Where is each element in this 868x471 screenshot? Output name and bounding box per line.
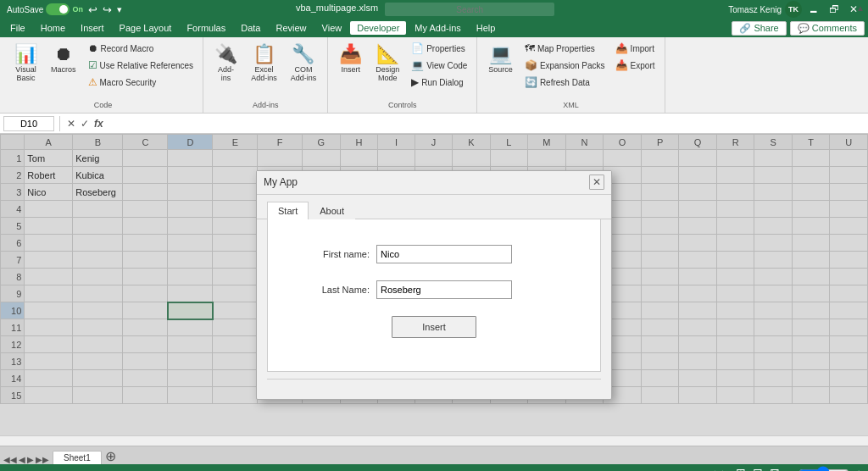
ribbon: 📊 VisualBasic ⏺ Macros ⏺ Record Macro ☑ … (0, 37, 868, 114)
add-ins-button[interactable]: 🔌 Add-ins (209, 41, 243, 86)
dialog-close-button[interactable]: ✕ (589, 175, 604, 190)
source-button[interactable]: 💻 Source (482, 41, 519, 78)
share-button[interactable]: 🔗 Share (732, 21, 786, 36)
tab-last-icon[interactable]: ▶▶ (36, 455, 49, 464)
dialog-tab-about[interactable]: About (309, 202, 355, 219)
xml-group-label: XML (563, 99, 579, 109)
status-right: ◀ ▶ ⊞ ⊟ ⊠ − + (709, 466, 861, 471)
menu-developer[interactable]: Developer (350, 21, 406, 35)
ribbon-addins-items: 🔌 Add-ins 📋 ExcelAdd-ins 🔧 COMAdd-ins (209, 41, 322, 99)
undo-icon[interactable]: ↩ (88, 3, 97, 16)
menu-page-layout[interactable]: Page Layout (113, 21, 179, 35)
menu-my-addins[interactable]: My Add-ins (408, 21, 467, 35)
ribbon-expand-button[interactable]: ▲ (856, 3, 865, 13)
formula-confirm-icon[interactable]: ✓ (79, 118, 91, 130)
sheet1-tab[interactable]: Sheet1 (53, 451, 102, 464)
excel-addins-label: ExcelAdd-ins (251, 65, 277, 82)
menu-view[interactable]: View (315, 21, 349, 35)
design-mode-label: DesignMode (376, 65, 399, 82)
last-name-label: Last Name: (285, 285, 370, 295)
insert-control-button[interactable]: 📥 Insert (333, 41, 368, 78)
run-dialog-button[interactable]: ▶ Run Dialog (407, 75, 471, 90)
formula-cancel-icon[interactable]: ✕ (65, 118, 77, 130)
add-ins-label: Add-ins (218, 65, 234, 82)
filename: vba_multipage.xlsm (296, 3, 378, 16)
formula-fx-icon[interactable]: fx (92, 118, 105, 130)
menu-insert[interactable]: Insert (74, 21, 111, 35)
insert-button[interactable]: Insert (392, 316, 476, 338)
visual-basic-label: VisualBasic (15, 65, 36, 82)
page-layout-icon[interactable]: ⊟ (753, 466, 763, 471)
redo-icon[interactable]: ↪ (103, 3, 112, 16)
refresh-icon: 🔄 (525, 76, 537, 88)
scroll-left-icon[interactable]: ◀ (709, 468, 715, 472)
tab-next-icon[interactable]: ▶ (27, 455, 34, 464)
code-group-label: Code (94, 99, 113, 109)
status-bar: ◀ ▶ ⊞ ⊟ ⊠ − + (0, 464, 868, 471)
import-button[interactable]: 📤 Import (611, 41, 659, 56)
dialog-content: First name: Last Name: Insert (267, 219, 601, 372)
menu-help[interactable]: Help (470, 21, 503, 35)
refresh-data-button[interactable]: 🔄 Refresh Data (520, 75, 609, 90)
excel-addins-icon: 📋 (253, 45, 275, 64)
insert-icon: 📥 (339, 45, 362, 64)
autosave-toggle[interactable]: AutoSave On (7, 3, 83, 15)
autosave-switch[interactable] (46, 3, 70, 15)
refresh-data-label: Refresh Data (540, 78, 590, 87)
zoom-in-icon[interactable]: + (856, 468, 861, 472)
tab-prev-icon[interactable]: ◀ (19, 455, 25, 464)
macros-button[interactable]: ⏺ Macros (45, 41, 82, 78)
maximize-button[interactable]: 🗗 (826, 3, 843, 15)
page-break-icon[interactable]: ⊠ (770, 466, 780, 471)
ribbon-group-addins: 🔌 Add-ins 📋 ExcelAdd-ins 🔧 COMAdd-ins Ad… (203, 37, 328, 113)
first-name-input[interactable] (376, 245, 512, 263)
com-addins-button[interactable]: 🔧 COMAdd-ins (285, 41, 323, 86)
relative-ref-icon: ☑ (88, 59, 97, 71)
map-properties-button[interactable]: 🗺 Map Properties (520, 41, 609, 56)
tab-strip: ◀◀ ◀ ▶ ▶▶ Sheet1 ⊕ (0, 446, 868, 464)
expansion-packs-button[interactable]: 📦 Expansion Packs (520, 58, 609, 73)
map-properties-label: Map Properties (537, 44, 595, 53)
add-sheet-button[interactable]: ⊕ (105, 448, 116, 464)
tab-nav: ◀◀ ◀ ▶ ▶▶ (3, 455, 49, 464)
relative-ref-button[interactable]: ☑ Use Relative References (84, 58, 198, 73)
tab-first-icon[interactable]: ◀◀ (3, 455, 17, 464)
macro-security-icon: ⚠ (88, 76, 97, 88)
user-name: Tomasz Kenig (728, 5, 782, 14)
visual-basic-button[interactable]: 📊 VisualBasic (8, 41, 43, 86)
formula-buttons: ✕ ✓ fx (65, 118, 105, 130)
export-label: Export (631, 61, 655, 70)
scroll-area[interactable] (0, 435, 868, 446)
dialog: My App ✕ Start About First name: Last Na… (256, 170, 612, 400)
excel-addins-button[interactable]: 📋 ExcelAdd-ins (245, 41, 283, 86)
menu-data[interactable]: Data (234, 21, 267, 35)
main-area: A B C D E F G H I J K L M N O P Q (0, 134, 868, 435)
expansion-packs-label: Expansion Packs (540, 61, 605, 70)
menu-review[interactable]: Review (269, 21, 313, 35)
view-code-button[interactable]: 💻 View Code (407, 58, 471, 73)
properties-button[interactable]: 📄 Properties (407, 41, 471, 56)
cell-reference-input[interactable]: D10 (3, 116, 54, 131)
scroll-right-icon[interactable]: ▶ (722, 468, 729, 472)
formula-input[interactable] (108, 119, 865, 129)
com-addins-label: COMAdd-ins (291, 65, 317, 82)
dialog-tab-start[interactable]: Start (267, 202, 309, 219)
minimize-button[interactable]: 🗕 (805, 3, 822, 15)
design-mode-button[interactable]: 📐 DesignMode (370, 41, 405, 86)
last-name-row: Last Name: (285, 280, 583, 299)
menu-formulas[interactable]: Formulas (180, 21, 232, 35)
export-button[interactable]: 📥 Export (611, 58, 659, 73)
record-macro-button[interactable]: ⏺ Record Macro (84, 41, 198, 56)
macro-security-button[interactable]: ⚠ Macro Security (84, 75, 198, 90)
controls-group-label: Controls (388, 99, 417, 109)
menu-home[interactable]: Home (34, 21, 72, 35)
search-input[interactable] (385, 3, 554, 16)
comments-button[interactable]: 💬 Comments (790, 21, 865, 36)
import-icon: 📤 (615, 42, 628, 54)
ribbon-controls-items: 📥 Insert 📐 DesignMode 📄 Properties 💻 Vie… (333, 41, 471, 99)
zoom-out-icon[interactable]: − (787, 468, 792, 472)
menu-file[interactable]: File (3, 21, 32, 35)
normal-view-icon[interactable]: ⊞ (736, 466, 746, 471)
view-code-icon: 💻 (411, 59, 424, 71)
last-name-input[interactable] (376, 280, 512, 299)
